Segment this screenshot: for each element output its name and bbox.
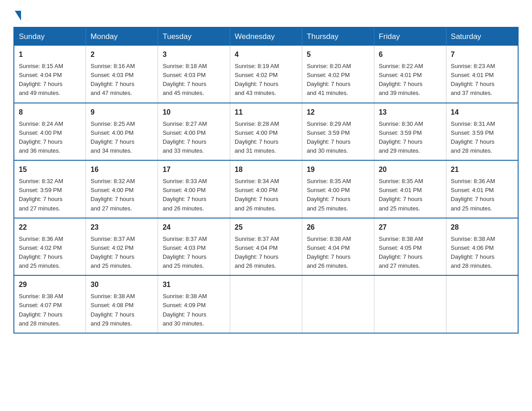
week-row-2: 8Sunrise: 8:24 AM Sunset: 4:00 PM Daylig… — [14, 103, 518, 161]
day-number: 28 — [451, 222, 513, 233]
logo-arrow-icon — [15, 11, 21, 21]
day-number: 15 — [19, 164, 81, 175]
day-info: Sunrise: 8:33 AM Sunset: 4:00 PM Dayligh… — [163, 177, 225, 213]
calendar-cell: 16Sunrise: 8:32 AM Sunset: 4:00 PM Dayli… — [86, 160, 158, 218]
day-info: Sunrise: 8:19 AM Sunset: 4:02 PM Dayligh… — [235, 62, 297, 98]
weekday-header-thursday: Thursday — [302, 27, 374, 46]
day-info: Sunrise: 8:35 AM Sunset: 4:01 PM Dayligh… — [379, 177, 442, 213]
day-number: 7 — [451, 49, 513, 60]
day-info: Sunrise: 8:37 AM Sunset: 4:02 PM Dayligh… — [90, 235, 153, 271]
week-row-3: 15Sunrise: 8:32 AM Sunset: 3:59 PM Dayli… — [14, 160, 518, 218]
day-info: Sunrise: 8:38 AM Sunset: 4:06 PM Dayligh… — [451, 235, 513, 271]
day-number: 18 — [235, 164, 297, 175]
day-info: Sunrise: 8:32 AM Sunset: 4:00 PM Dayligh… — [90, 177, 153, 213]
day-number: 1 — [19, 49, 81, 60]
day-number: 31 — [163, 279, 225, 290]
calendar-cell: 7Sunrise: 8:23 AM Sunset: 4:01 PM Daylig… — [446, 46, 518, 103]
day-info: Sunrise: 8:15 AM Sunset: 4:04 PM Dayligh… — [19, 62, 81, 98]
calendar-cell: 20Sunrise: 8:35 AM Sunset: 4:01 PM Dayli… — [374, 160, 446, 218]
day-number: 10 — [163, 107, 225, 118]
calendar-cell — [374, 275, 446, 333]
calendar-cell — [230, 275, 302, 333]
week-row-5: 29Sunrise: 8:38 AM Sunset: 4:07 PM Dayli… — [14, 275, 518, 333]
calendar-cell: 1Sunrise: 8:15 AM Sunset: 4:04 PM Daylig… — [14, 46, 86, 103]
day-number: 11 — [235, 107, 297, 118]
day-info: Sunrise: 8:35 AM Sunset: 4:00 PM Dayligh… — [307, 177, 369, 213]
calendar-cell: 3Sunrise: 8:18 AM Sunset: 4:03 PM Daylig… — [158, 46, 230, 103]
calendar-cell: 25Sunrise: 8:37 AM Sunset: 4:04 PM Dayli… — [230, 218, 302, 276]
day-number: 5 — [307, 49, 369, 60]
day-info: Sunrise: 8:38 AM Sunset: 4:09 PM Dayligh… — [163, 292, 225, 328]
calendar-cell — [302, 275, 374, 333]
day-number: 12 — [307, 107, 369, 118]
day-number: 25 — [235, 222, 297, 233]
day-number: 6 — [379, 49, 442, 60]
calendar-cell: 22Sunrise: 8:36 AM Sunset: 4:02 PM Dayli… — [14, 218, 86, 276]
day-number: 14 — [451, 107, 513, 118]
logo — [13, 9, 22, 18]
calendar-cell: 18Sunrise: 8:34 AM Sunset: 4:00 PM Dayli… — [230, 160, 302, 218]
day-info: Sunrise: 8:16 AM Sunset: 4:03 PM Dayligh… — [90, 62, 153, 98]
week-row-4: 22Sunrise: 8:36 AM Sunset: 4:02 PM Dayli… — [14, 218, 518, 276]
weekday-header-friday: Friday — [374, 27, 446, 46]
calendar-cell: 13Sunrise: 8:30 AM Sunset: 3:59 PM Dayli… — [374, 103, 446, 161]
calendar-table: SundayMondayTuesdayWednesdayThursdayFrid… — [13, 27, 519, 334]
day-info: Sunrise: 8:22 AM Sunset: 4:01 PM Dayligh… — [379, 62, 442, 98]
day-info: Sunrise: 8:36 AM Sunset: 4:01 PM Dayligh… — [451, 177, 513, 213]
calendar-cell: 10Sunrise: 8:27 AM Sunset: 4:00 PM Dayli… — [158, 103, 230, 161]
day-info: Sunrise: 8:29 AM Sunset: 3:59 PM Dayligh… — [307, 120, 369, 156]
calendar-cell: 27Sunrise: 8:38 AM Sunset: 4:05 PM Dayli… — [374, 218, 446, 276]
day-info: Sunrise: 8:37 AM Sunset: 4:04 PM Dayligh… — [235, 235, 297, 271]
calendar-cell: 4Sunrise: 8:19 AM Sunset: 4:02 PM Daylig… — [230, 46, 302, 103]
calendar-cell: 29Sunrise: 8:38 AM Sunset: 4:07 PM Dayli… — [14, 275, 86, 333]
day-number: 29 — [19, 279, 81, 290]
calendar-cell: 2Sunrise: 8:16 AM Sunset: 4:03 PM Daylig… — [86, 46, 158, 103]
day-info: Sunrise: 8:32 AM Sunset: 3:59 PM Dayligh… — [19, 177, 81, 213]
day-info: Sunrise: 8:38 AM Sunset: 4:05 PM Dayligh… — [379, 235, 442, 271]
day-info: Sunrise: 8:27 AM Sunset: 4:00 PM Dayligh… — [163, 120, 225, 156]
day-info: Sunrise: 8:38 AM Sunset: 4:07 PM Dayligh… — [19, 292, 81, 328]
day-info: Sunrise: 8:18 AM Sunset: 4:03 PM Dayligh… — [163, 62, 225, 98]
day-number: 19 — [307, 164, 369, 175]
calendar-cell: 21Sunrise: 8:36 AM Sunset: 4:01 PM Dayli… — [446, 160, 518, 218]
day-number: 22 — [19, 222, 81, 233]
calendar-cell: 5Sunrise: 8:20 AM Sunset: 4:02 PM Daylig… — [302, 46, 374, 103]
day-number: 3 — [163, 49, 225, 60]
day-info: Sunrise: 8:34 AM Sunset: 4:00 PM Dayligh… — [235, 177, 297, 213]
week-row-1: 1Sunrise: 8:15 AM Sunset: 4:04 PM Daylig… — [14, 46, 518, 103]
weekday-header-saturday: Saturday — [446, 27, 518, 46]
calendar-cell: 8Sunrise: 8:24 AM Sunset: 4:00 PM Daylig… — [14, 103, 86, 161]
calendar-cell: 12Sunrise: 8:29 AM Sunset: 3:59 PM Dayli… — [302, 103, 374, 161]
calendar-cell: 28Sunrise: 8:38 AM Sunset: 4:06 PM Dayli… — [446, 218, 518, 276]
day-number: 27 — [379, 222, 442, 233]
day-info: Sunrise: 8:20 AM Sunset: 4:02 PM Dayligh… — [307, 62, 369, 98]
day-info: Sunrise: 8:31 AM Sunset: 3:59 PM Dayligh… — [451, 120, 513, 156]
calendar-cell: 31Sunrise: 8:38 AM Sunset: 4:09 PM Dayli… — [158, 275, 230, 333]
calendar-cell: 15Sunrise: 8:32 AM Sunset: 3:59 PM Dayli… — [14, 160, 86, 218]
weekday-header-monday: Monday — [86, 27, 158, 46]
calendar-cell — [446, 275, 518, 333]
day-info: Sunrise: 8:28 AM Sunset: 4:00 PM Dayligh… — [235, 120, 297, 156]
day-number: 20 — [379, 164, 442, 175]
day-number: 26 — [307, 222, 369, 233]
weekday-header-wednesday: Wednesday — [230, 27, 302, 46]
calendar-cell: 19Sunrise: 8:35 AM Sunset: 4:00 PM Dayli… — [302, 160, 374, 218]
calendar-cell: 14Sunrise: 8:31 AM Sunset: 3:59 PM Dayli… — [446, 103, 518, 161]
calendar-cell: 30Sunrise: 8:38 AM Sunset: 4:08 PM Dayli… — [86, 275, 158, 333]
weekday-header-sunday: Sunday — [14, 27, 86, 46]
day-info: Sunrise: 8:38 AM Sunset: 4:04 PM Dayligh… — [307, 235, 369, 271]
day-info: Sunrise: 8:25 AM Sunset: 4:00 PM Dayligh… — [90, 120, 153, 156]
calendar-header: SundayMondayTuesdayWednesdayThursdayFrid… — [14, 27, 518, 46]
calendar-body: 1Sunrise: 8:15 AM Sunset: 4:04 PM Daylig… — [14, 46, 518, 333]
day-info: Sunrise: 8:24 AM Sunset: 4:00 PM Dayligh… — [19, 120, 81, 156]
calendar-cell: 24Sunrise: 8:37 AM Sunset: 4:03 PM Dayli… — [158, 218, 230, 276]
day-info: Sunrise: 8:30 AM Sunset: 3:59 PM Dayligh… — [379, 120, 442, 156]
day-number: 24 — [163, 222, 225, 233]
day-number: 16 — [90, 164, 153, 175]
day-info: Sunrise: 8:36 AM Sunset: 4:02 PM Dayligh… — [19, 235, 81, 271]
day-number: 21 — [451, 164, 513, 175]
calendar-cell: 6Sunrise: 8:22 AM Sunset: 4:01 PM Daylig… — [374, 46, 446, 103]
day-number: 4 — [235, 49, 297, 60]
calendar-cell: 26Sunrise: 8:38 AM Sunset: 4:04 PM Dayli… — [302, 218, 374, 276]
calendar-cell: 17Sunrise: 8:33 AM Sunset: 4:00 PM Dayli… — [158, 160, 230, 218]
